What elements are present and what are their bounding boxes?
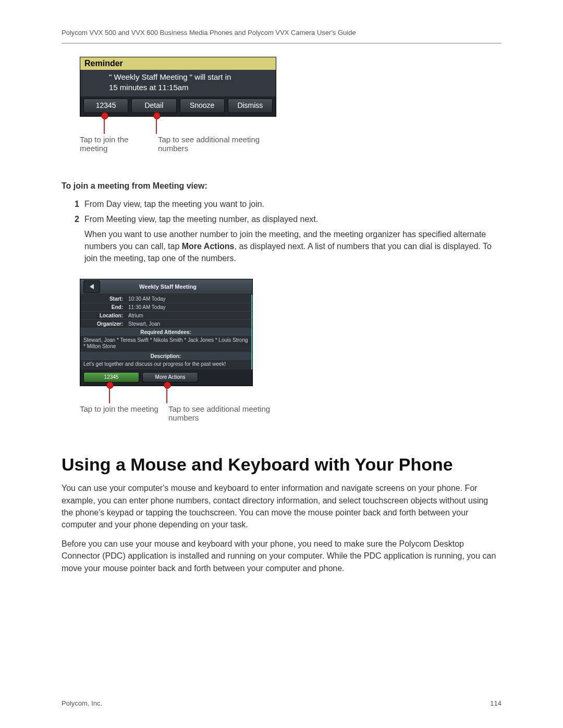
running-header: Polycom VVX 500 and VVX 600 Business Med…: [62, 29, 501, 36]
callout-line-icon: [156, 118, 157, 134]
reminder-popup: Reminder " Weekly Staff Meeting " will s…: [80, 57, 276, 117]
callout-dot-icon: [164, 381, 171, 389]
annotation-join: Tap to join the meeting: [80, 135, 158, 153]
callout-line-icon: [166, 388, 167, 403]
reminder-title: Reminder: [80, 57, 276, 70]
back-button[interactable]: [83, 280, 100, 293]
callout-dot-icon: [101, 112, 108, 119]
reminder-body: " Weekly Staff Meeting " will start in 1…: [80, 70, 276, 96]
body-paragraph: Before you can use your mouse and keyboa…: [62, 538, 501, 574]
annotation-more: Tap to see additional meeting numbers: [158, 135, 278, 153]
description-header: Description:: [80, 352, 252, 360]
step-text: From Meeting view, tap the meeting numbe…: [84, 213, 318, 225]
instructions-heading: To join a meeting from Meeting view:: [62, 181, 501, 191]
body-paragraph: You can use your computer's mouse and ke…: [62, 482, 501, 530]
meeting-header: Weekly Staff Meeting: [80, 279, 252, 294]
attendees-body: Stewart, Joan * Teresa Swift * Nikola Sm…: [80, 336, 252, 352]
description-body: Let's get together and discuss our progr…: [80, 360, 252, 369]
field-label: End:: [80, 303, 126, 311]
footer-page: 114: [490, 699, 501, 707]
field-label: Start:: [80, 295, 126, 303]
footer-company: Polycom, Inc.: [62, 699, 102, 707]
field-label: Location:: [80, 312, 126, 319]
page-footer: Polycom, Inc. 114: [62, 699, 501, 707]
reminder-line2: 15 minutes at 11:15am: [109, 83, 189, 92]
reminder-detail-button[interactable]: Detail: [131, 98, 176, 113]
instruction-note: When you want to use another number to j…: [84, 228, 501, 265]
instruction-step: 2 From Meeting view, tap the meeting num…: [72, 213, 501, 225]
more-actions-button[interactable]: More Actions: [142, 372, 198, 382]
reminder-button-row: 12345 Detail Snooze Dismiss: [80, 96, 276, 116]
step-text: From Day view, tap the meeting you want …: [84, 198, 264, 210]
instruction-step: 1 From Day view, tap the meeting you wan…: [72, 198, 501, 210]
callout-dot-icon: [106, 381, 114, 389]
callout-line-icon: [104, 118, 105, 134]
note-bold: More Actions: [182, 242, 235, 251]
field-value: 11:30 AM Today: [126, 303, 251, 311]
meeting-row: Start: 10:30 AM Today: [80, 294, 252, 303]
reminder-line1: " Weekly Staff Meeting " will start in: [109, 72, 231, 81]
meeting-title: Weekly Staff Meeting: [103, 283, 252, 290]
field-value: Atrium: [126, 312, 251, 319]
callout-dot-icon: [153, 112, 161, 119]
section-heading: Using a Mouse and Keyboard with Your Pho…: [62, 454, 501, 475]
annotation-join: Tap to join the meeting: [80, 404, 168, 422]
meeting-row: Organizer: Stewart, Joan: [80, 319, 252, 328]
field-label: Organizer:: [80, 320, 126, 328]
attendees-header: Required Attendees:: [80, 328, 252, 336]
step-number: 2: [72, 213, 79, 225]
reminder-number-button[interactable]: 12345: [83, 98, 128, 113]
field-value: 10:30 AM Today: [126, 295, 251, 303]
annotation-more: Tap to see additional meeting numbers: [168, 404, 288, 422]
back-arrow-icon: [90, 284, 94, 289]
step-number: 1: [72, 198, 79, 210]
callout-line-icon: [109, 388, 110, 403]
reminder-snooze-button[interactable]: Snooze: [180, 98, 225, 113]
field-value: Stewart, Joan: [126, 320, 251, 328]
instructions-list: 1 From Day view, tap the meeting you wan…: [72, 198, 501, 225]
meeting-row: End: 11:30 AM Today: [80, 303, 252, 311]
meeting-view: Weekly Staff Meeting Start: 10:30 AM Tod…: [80, 279, 253, 386]
meeting-number-button[interactable]: 12345: [83, 372, 139, 382]
header-divider: [62, 43, 501, 44]
reminder-dismiss-button[interactable]: Dismiss: [228, 98, 273, 113]
meeting-row: Location: Atrium: [80, 311, 252, 319]
